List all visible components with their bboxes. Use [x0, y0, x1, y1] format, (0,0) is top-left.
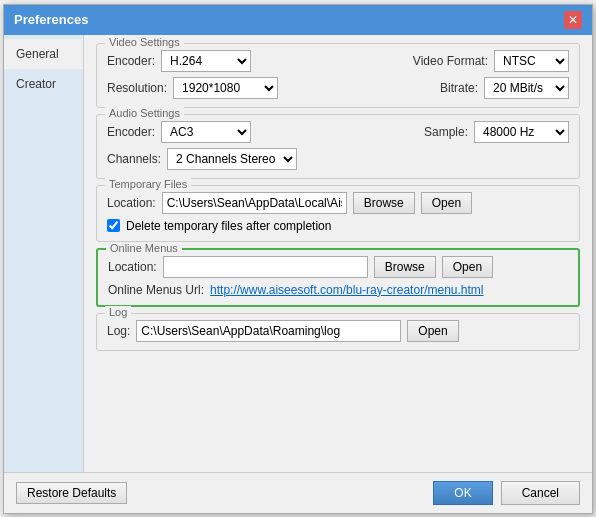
temp-open-button[interactable]: Open — [421, 192, 472, 214]
bitrate-select[interactable]: 20 MBit/s — [484, 77, 569, 99]
sample-select[interactable]: 48000 Hz — [474, 121, 569, 143]
main-content: Video Settings Encoder: H.264 Video Form… — [84, 35, 592, 472]
log-row: Log: Open — [107, 320, 569, 342]
channels-row: Channels: 2 Channels Stereo — [107, 148, 569, 170]
bitrate-group: Bitrate: 20 MBit/s — [440, 77, 569, 99]
online-url-link[interactable]: http://www.aiseesoft.com/blu-ray-creator… — [210, 283, 483, 297]
temp-files-label: Temporary Files — [105, 178, 191, 190]
close-button[interactable]: ✕ — [564, 11, 582, 29]
footer-actions: OK Cancel — [433, 481, 580, 505]
log-location-input[interactable] — [136, 320, 401, 342]
online-url-label: Online Menus Url: — [108, 283, 204, 297]
online-menus-label: Online Menus — [106, 242, 182, 254]
video-format-select[interactable]: NTSC — [494, 50, 569, 72]
online-browse-button[interactable]: Browse — [374, 256, 436, 278]
dialog-title: Preferences — [14, 12, 88, 27]
audio-settings-label: Audio Settings — [105, 107, 184, 119]
restore-defaults-button[interactable]: Restore Defaults — [16, 482, 127, 504]
video-format-group: Video Format: NTSC — [413, 50, 569, 72]
delete-temp-checkbox[interactable] — [107, 219, 120, 232]
video-settings-section: Video Settings Encoder: H.264 Video Form… — [96, 43, 580, 108]
online-location-label: Location: — [108, 260, 157, 274]
resolution-select[interactable]: 1920*1080 — [173, 77, 278, 99]
dialog-footer: Restore Defaults OK Cancel — [4, 472, 592, 513]
online-location-row: Location: Browse Open — [108, 256, 568, 278]
encoder-label: Encoder: — [107, 54, 155, 68]
channels-select[interactable]: 2 Channels Stereo — [167, 148, 297, 170]
cancel-button[interactable]: Cancel — [501, 481, 580, 505]
channels-group: Channels: 2 Channels Stereo — [107, 148, 297, 170]
sample-label: Sample: — [424, 125, 468, 139]
temp-location-label: Location: — [107, 196, 156, 210]
log-section: Log Log: Open — [96, 313, 580, 351]
preferences-dialog: Preferences ✕ General Creator Video Sett… — [3, 4, 593, 514]
log-label: Log — [105, 306, 131, 318]
resolution-group: Resolution: 1920*1080 — [107, 77, 278, 99]
audio-settings-section: Audio Settings Encoder: AC3 Sample: 4800… — [96, 114, 580, 179]
sidebar-item-general[interactable]: General — [4, 39, 83, 69]
encoder-select[interactable]: H.264 — [161, 50, 251, 72]
channels-label: Channels: — [107, 152, 161, 166]
log-field-label: Log: — [107, 324, 130, 338]
audio-encoder-select[interactable]: AC3 — [161, 121, 251, 143]
bitrate-label: Bitrate: — [440, 81, 478, 95]
resolution-label: Resolution: — [107, 81, 167, 95]
title-bar: Preferences ✕ — [4, 5, 592, 35]
delete-temp-row: Delete temporary files after completion — [107, 219, 569, 233]
delete-temp-label: Delete temporary files after completion — [126, 219, 331, 233]
audio-encoder-label: Encoder: — [107, 125, 155, 139]
video-format-label: Video Format: — [413, 54, 488, 68]
ok-button[interactable]: OK — [433, 481, 492, 505]
temp-location-input[interactable] — [162, 192, 347, 214]
temp-files-section: Temporary Files Location: Browse Open De… — [96, 185, 580, 242]
sidebar-item-creator[interactable]: Creator — [4, 69, 83, 99]
sidebar: General Creator — [4, 35, 84, 472]
sample-group: Sample: 48000 Hz — [424, 121, 569, 143]
temp-location-row: Location: Browse Open — [107, 192, 569, 214]
online-location-input[interactable] — [163, 256, 368, 278]
video-settings-label: Video Settings — [105, 36, 184, 48]
temp-browse-button[interactable]: Browse — [353, 192, 415, 214]
online-menus-section: Online Menus Location: Browse Open Onlin… — [96, 248, 580, 307]
audio-encoder-row: Encoder: AC3 Sample: 48000 Hz — [107, 121, 569, 143]
encoder-group: Encoder: H.264 — [107, 50, 251, 72]
audio-encoder-group: Encoder: AC3 — [107, 121, 251, 143]
encoder-row: Encoder: H.264 Video Format: NTSC — [107, 50, 569, 72]
online-open-button[interactable]: Open — [442, 256, 493, 278]
resolution-row: Resolution: 1920*1080 Bitrate: 20 MBit/s — [107, 77, 569, 99]
dialog-body: General Creator Video Settings Encoder: … — [4, 35, 592, 472]
log-open-button[interactable]: Open — [407, 320, 458, 342]
online-url-row: Online Menus Url: http://www.aiseesoft.c… — [108, 283, 568, 297]
